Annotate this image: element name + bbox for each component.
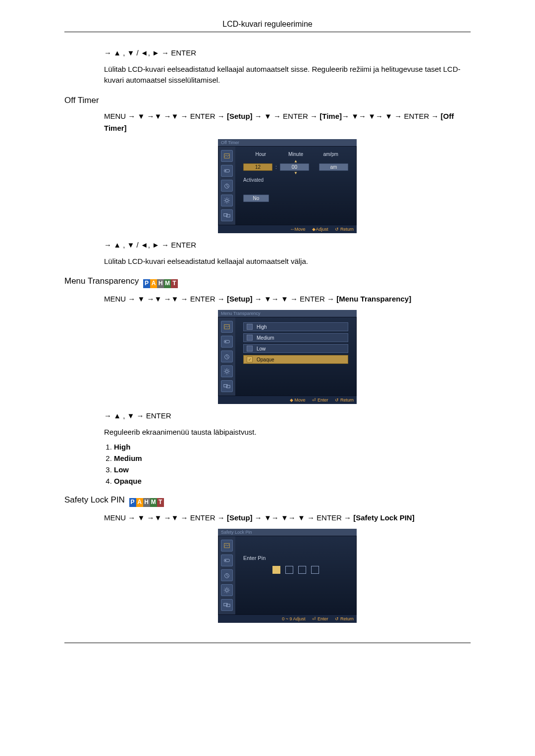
pin-digit-2[interactable]: [285, 566, 293, 574]
osd-activated-label: Activated: [243, 177, 348, 183]
badge-h: H: [157, 279, 164, 288]
osd-title: Off Timer: [218, 139, 357, 146]
osd-footer: ◆ Move ⏎ Enter ↺ Return: [218, 396, 357, 404]
list-item: Medium: [114, 454, 471, 462]
osd-tab-picture-icon[interactable]: [221, 150, 233, 162]
nav-fragment: MENU → ▼ →▼ →▼ → ENTER →: [104, 513, 227, 522]
mode-badges: PAHMT: [129, 498, 164, 507]
nav-instruction: → ▲ , ▼ / ◄, ► → ENTER: [104, 47, 471, 59]
nav-fragment: → ▼→ ▼→ ▼ → ENTER →: [253, 513, 354, 522]
nav-token-setup: [Setup]: [227, 112, 253, 120]
svg-rect-13: [226, 386, 230, 388]
osd-tab-timer-icon[interactable]: [221, 569, 233, 581]
nav-path-off-timer: MENU → ▼ →▼ →▼ → ENTER → [Setup] → ▼ → E…: [104, 110, 471, 134]
badge-a: A: [150, 279, 157, 288]
nav-fragment: → ▼ → ENTER →: [253, 112, 320, 120]
osd-foot-adjust: ◆Adjust: [312, 227, 328, 232]
osd-tab-picture-icon[interactable]: [221, 321, 233, 333]
osd-minute-value[interactable]: 00: [280, 163, 309, 171]
nav-token-setup: [Setup]: [227, 513, 253, 522]
nav-token-safety-lock: [Safety Lock PIN]: [353, 513, 414, 522]
osd-tab-sound-icon[interactable]: [221, 554, 233, 566]
osd-tab-timer-icon[interactable]: [221, 351, 233, 362]
osd-tab-sound-icon[interactable]: [221, 336, 233, 348]
page-header: LCD-kuvari reguleerimine: [64, 20, 471, 32]
divider: [64, 643, 471, 643]
osd-hour-value[interactable]: 12: [243, 163, 272, 171]
nav-token-time: [Time]: [320, 112, 342, 120]
list-item: High: [114, 443, 471, 451]
osd-title: Safety Lock Pin: [218, 529, 357, 536]
svg-point-9: [225, 341, 226, 343]
mode-badges: PAHMT: [143, 279, 178, 288]
osd-option-low[interactable]: Low: [243, 344, 348, 353]
osd-option-high[interactable]: High: [243, 322, 348, 331]
osd-activated-value[interactable]: No: [243, 195, 269, 202]
osd-col-hour: Hour: [243, 151, 278, 157]
nav-fragment: MENU → ▼ →▼ →▼ → ENTER →: [104, 295, 227, 303]
osd-tab-setup-icon[interactable]: [221, 365, 233, 377]
osd-tab-multi-icon[interactable]: [221, 380, 233, 392]
nav-fragment: MENU → ▼ →▼ →▼ → ENTER →: [104, 112, 227, 120]
nav-token-setup: [Setup]: [227, 295, 253, 303]
nav-fragment: → ▼→ ▼ → ENTER →: [253, 295, 337, 303]
osd-option-medium[interactable]: Medium: [243, 333, 348, 342]
osd-col-minute: Minute: [278, 151, 314, 157]
osd-menu-transparency: Menu Transparency High Medium Low Opaque: [218, 310, 357, 404]
svg-point-18: [225, 589, 228, 591]
osd-tab-setup-icon[interactable]: [221, 584, 233, 596]
pin-digit-4[interactable]: [311, 566, 319, 574]
osd-foot-enter: ⏎ Enter: [312, 398, 328, 403]
osd-foot-adjust: 0 ~ 9 Adjust: [282, 616, 305, 621]
nav-path-menu-transparency: MENU → ▼ →▼ →▼ → ENTER → [Setup] → ▼→ ▼ …: [104, 293, 471, 305]
badge-h: H: [143, 498, 150, 507]
list-item: Low: [114, 465, 471, 474]
osd-pin-row: [243, 566, 348, 574]
badge-m: M: [150, 498, 157, 507]
osd-enter-pin-label: Enter Pin: [243, 555, 348, 561]
osd-tab-multi-icon[interactable]: [221, 599, 233, 611]
badge-a: A: [136, 498, 143, 507]
osd-foot-return: ↺ Return: [335, 616, 354, 621]
osd-safety-lock: Safety Lock Pin Enter Pin: [218, 529, 357, 623]
osd-tab-timer-icon[interactable]: [221, 180, 233, 192]
badge-m: M: [164, 279, 171, 288]
svg-point-11: [225, 370, 228, 373]
svg-rect-5: [224, 213, 227, 216]
pin-digit-3[interactable]: [298, 566, 306, 574]
osd-tab-multi-icon[interactable]: [221, 209, 233, 221]
osd-foot-move: ◆ Move: [290, 398, 306, 403]
badge-p: P: [143, 279, 150, 288]
svg-rect-19: [224, 604, 227, 606]
svg-rect-12: [224, 385, 227, 387]
osd-option-opaque[interactable]: Opaque: [243, 355, 348, 364]
options-list: High Medium Low Opaque: [114, 443, 471, 485]
nav-path-safety-lock: MENU → ▼ →▼ →▼ → ENTER → [Setup] → ▼→ ▼→…: [104, 512, 471, 524]
badge-t: T: [157, 498, 164, 507]
osd-sidebar: [218, 536, 235, 614]
osd-footer: ↔Move ◆Adjust ↺ Return: [218, 225, 357, 233]
osd-tab-picture-icon[interactable]: [221, 540, 233, 552]
osd-footer: 0 ~ 9 Adjust ⏎ Enter ↺ Return: [218, 615, 357, 623]
osd-foot-return: ↺ Return: [335, 227, 354, 232]
osd-ampm-value[interactable]: am: [319, 163, 348, 171]
osd-sidebar: [218, 317, 235, 396]
osd-tab-setup-icon[interactable]: [221, 195, 233, 206]
divider: [64, 32, 471, 32]
pin-digit-1[interactable]: [272, 566, 280, 574]
paragraph: Reguleerib ekraanimenüü tausta läbipaist…: [104, 427, 471, 438]
list-item: Opaque: [114, 477, 471, 485]
nav-instruction: → ▲ , ▼ / ◄, ► → ENTER: [104, 239, 471, 251]
badge-t: T: [171, 279, 178, 288]
section-title-off-timer: Off Timer: [64, 96, 471, 105]
svg-point-4: [225, 199, 228, 202]
osd-col-ampm: am/pm: [313, 151, 348, 157]
nav-instruction: → ▲ , ▼ → ENTER: [104, 410, 471, 422]
osd-tab-sound-icon[interactable]: [221, 165, 233, 177]
osd-foot-return: ↺ Return: [335, 398, 354, 403]
nav-token-menu-transparency: [Menu Transparency]: [336, 295, 411, 303]
osd-sidebar: [218, 147, 235, 225]
osd-foot-move: ↔Move: [290, 227, 305, 232]
osd-foot-enter: ⏎ Enter: [312, 616, 328, 621]
svg-point-2: [225, 170, 226, 171]
